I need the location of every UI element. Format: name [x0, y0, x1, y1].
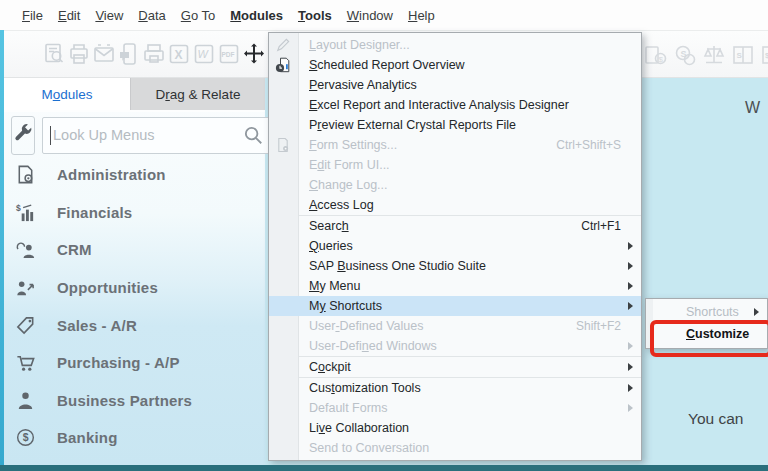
search-input[interactable]	[43, 126, 242, 144]
sales-icon	[14, 314, 36, 336]
menu-item-label: Customization Tools	[309, 381, 421, 395]
tools-menu-item-user-defined-values: User-Defined ValuesShift+F2	[269, 316, 641, 336]
toolbar-excel-export-icon[interactable]: X	[167, 40, 191, 68]
menubar-item-go-to[interactable]: Go To	[181, 8, 215, 23]
administration-icon	[14, 164, 36, 186]
submenu-arrow-icon	[628, 384, 633, 392]
business-partners-icon	[14, 389, 36, 411]
submenu-arrow-icon	[754, 308, 759, 316]
toolbar-preview-document-icon[interactable]	[42, 40, 66, 68]
toolbar-journal-icon[interactable]: S	[731, 41, 755, 69]
tools-menu-item-pervasive-analytics[interactable]: Pervasive Analytics	[269, 75, 641, 95]
tools-menu-item-preview-external-crystal-reports-file[interactable]: Preview External Crystal Reports File	[269, 115, 641, 135]
tools-menu-item-my-menu[interactable]: My Menu	[269, 276, 641, 296]
submenu-arrow-icon	[628, 262, 633, 270]
toolbar-payment-icon[interactable]: $	[644, 41, 668, 69]
sidebar-item-label: Purchasing - A/P	[57, 354, 180, 371]
menu-item-label: Access Log	[309, 198, 374, 212]
sidebar-item-label: Opportunities	[57, 279, 158, 296]
sidebar-item-opportunities[interactable]: Opportunities	[4, 269, 265, 307]
purchasing-icon	[14, 352, 36, 374]
sidebar-item-business-partners[interactable]: Business Partners	[4, 382, 265, 420]
menu-item-label: Excel Report and Interactive Analysis De…	[309, 98, 569, 112]
tools-menu-item-customization-tools[interactable]: Customization Tools	[269, 378, 641, 398]
tools-menu-item-form-settings: Form Settings...Ctrl+Shift+S	[269, 135, 641, 155]
menu-item-label: Default Forms	[309, 401, 388, 415]
menubar-item-tools[interactable]: Tools	[298, 8, 332, 23]
menu-item-label: Send to Conversation	[309, 441, 429, 455]
opportunities-icon	[14, 277, 36, 299]
tab-modules[interactable]: Modules	[4, 78, 130, 110]
submenu-arrow-icon	[628, 363, 633, 371]
menubar-item-modules[interactable]: Modules	[230, 8, 283, 23]
workspace-bottom-text: You can	[688, 410, 768, 428]
svg-text:S: S	[681, 49, 687, 59]
search-icon[interactable]	[242, 124, 264, 146]
menubar-item-data[interactable]: Data	[138, 8, 165, 23]
tools-menu: Layout Designer...Scheduled Report Overv…	[268, 32, 642, 461]
sidebar-item-financials[interactable]: $Financials	[4, 194, 265, 232]
tools-menu-item-default-forms: Default Forms	[269, 398, 641, 418]
toolbar-pdf-export-icon[interactable]: PDF	[217, 40, 241, 68]
toolbar-balance-scale-icon[interactable]	[702, 41, 726, 69]
toolbar-word-export-icon[interactable]: W	[192, 40, 216, 68]
tools-menu-item-live-collaboration[interactable]: Live Collaboration	[269, 418, 641, 438]
sidebar-item-administration[interactable]: Administration	[4, 156, 265, 194]
wrench-icon	[12, 122, 34, 148]
menu-item-label: Edit Form UI...	[309, 158, 390, 172]
tab-drag-relate[interactable]: Drag & Relate	[130, 78, 265, 110]
tools-menu-item-access-log[interactable]: Access Log	[269, 195, 641, 215]
submenu-arrow-icon	[628, 404, 633, 412]
tools-menu-item-excel-report-and-interactive-analysis-designer[interactable]: Excel Report and Interactive Analysis De…	[269, 95, 641, 115]
tools-menu-item-queries[interactable]: Queries	[269, 236, 641, 256]
svg-text:S: S	[737, 51, 743, 60]
tools-menu-item-sap-business-one-studio-suite[interactable]: SAP Business One Studio Suite	[269, 256, 641, 276]
menubar-item-file[interactable]: File	[22, 8, 43, 23]
menu-item-label: Preview External Crystal Reports File	[309, 118, 516, 132]
toolbar-dollar-document-icon[interactable]: $	[760, 41, 768, 69]
sidebar-item-crm[interactable]: CRM	[4, 231, 265, 269]
window-bottom-edge	[0, 465, 768, 471]
tools-menu-item-send-to-conversation: Send to Conversation	[269, 438, 641, 458]
tools-menu-item-search[interactable]: SearchCtrl+F1	[269, 216, 641, 236]
menu-item-label: Search	[309, 219, 349, 233]
sidebar: ModulesDrag & Relate Administration$Fina…	[4, 78, 265, 465]
tools-menu-item-my-shortcuts[interactable]: My Shortcuts	[269, 296, 641, 316]
toolbar-email-icon[interactable]	[92, 40, 116, 68]
menubar-item-view[interactable]: View	[95, 8, 123, 23]
sidebar-item-label: Financials	[57, 204, 132, 221]
menubar-item-edit[interactable]: Edit	[58, 8, 80, 23]
shortcut-label: Shift+F2	[576, 319, 621, 333]
tools-menu-item-scheduled-report-overview[interactable]: Scheduled Report Overview	[269, 55, 641, 75]
menubar-item-window[interactable]: Window	[347, 8, 393, 23]
sidebar-item-label: Banking	[57, 429, 118, 446]
sidebar-item-banking[interactable]: $Banking	[4, 419, 265, 457]
submenu-arrow-icon	[628, 282, 633, 290]
workspace-top-text: W	[745, 99, 760, 117]
menu-item-label: My Menu	[309, 279, 360, 293]
menu-item-label: Form Settings...	[309, 138, 397, 152]
financials-icon: $	[14, 201, 36, 223]
menubar-item-help[interactable]: Help	[408, 8, 435, 23]
toolbar-print-icon[interactable]	[67, 40, 91, 68]
sidebar-item-label: CRM	[57, 241, 92, 258]
red-annotation-box	[650, 320, 768, 357]
svg-text:X: X	[175, 48, 183, 62]
toolbar-fax-icon[interactable]	[142, 40, 166, 68]
menu-settings-button[interactable]	[11, 116, 35, 155]
toolbar-left-group: XWPDF	[42, 40, 266, 68]
sidebar-item-sales-a-r[interactable]: Sales - A/R	[4, 306, 265, 344]
toolbar-coins-icon[interactable]: S	[673, 41, 697, 69]
toolbar-sms-chat-icon[interactable]	[117, 40, 141, 68]
tools-menu-item-change-log: Change Log...	[269, 175, 641, 195]
svg-text:$: $	[659, 55, 664, 64]
sidebar-tabs: ModulesDrag & Relate	[4, 78, 265, 110]
pencil-icon	[275, 37, 291, 53]
sidebar-item-label: Administration	[57, 166, 166, 183]
sidebar-item-purchasing-a-p[interactable]: Purchasing - A/P	[4, 344, 265, 382]
module-list: Administration$FinancialsCRMOpportunitie…	[4, 156, 265, 465]
menu-item-label: Layout Designer...	[309, 38, 410, 52]
menu-item-label: User-Defined Values	[309, 319, 423, 333]
tools-menu-item-cockpit[interactable]: Cockpit	[269, 357, 641, 377]
toolbar-move-icon[interactable]	[242, 40, 266, 68]
